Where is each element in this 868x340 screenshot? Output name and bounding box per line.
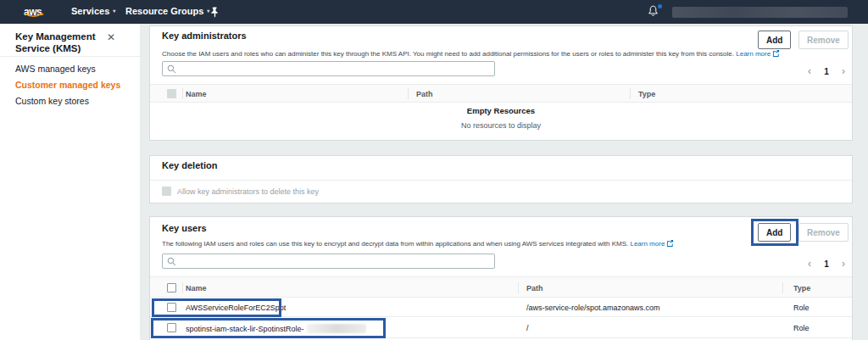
learn-more-label: Learn more bbox=[630, 240, 665, 248]
row-name: AWSServiceRoleForEC2Spot bbox=[186, 304, 286, 312]
external-link-icon bbox=[772, 49, 780, 57]
select-all-checkbox bbox=[167, 89, 176, 98]
kms-sidebar: Key Management Service (KMS) ✕ AWS manag… bbox=[0, 24, 140, 340]
aws-smile-icon bbox=[24, 13, 46, 19]
key-users-search-box bbox=[162, 254, 495, 269]
row-path: / bbox=[526, 324, 529, 332]
learn-more-label: Learn more bbox=[736, 50, 771, 58]
allow-deletion-checkbox[interactable] bbox=[162, 187, 171, 196]
chevron-right-icon[interactable]: › bbox=[842, 259, 845, 269]
sidebar-divider bbox=[0, 56, 140, 57]
nav-services[interactable]: Services▾ bbox=[71, 6, 115, 16]
description-text: Choose the IAM users and roles who can a… bbox=[162, 50, 734, 58]
search-icon bbox=[167, 64, 176, 74]
panel-title-key-users: Key users bbox=[162, 223, 207, 233]
row-type: Role bbox=[793, 304, 810, 312]
search-input[interactable] bbox=[181, 63, 490, 76]
table-row-awsserviceroleforec2spot[interactable]: AWSServiceRoleForEC2Spot /aws-service-ro… bbox=[150, 298, 852, 317]
nav-services-label: Services bbox=[71, 6, 109, 16]
empty-state: Empty Resources No resources to display bbox=[150, 106, 852, 130]
row-checkbox[interactable] bbox=[167, 303, 176, 312]
key-administrators-description: Choose the IAM users and roles who can a… bbox=[162, 49, 780, 58]
column-header-path: Path bbox=[526, 284, 543, 293]
page-number: 1 bbox=[824, 259, 829, 269]
column-divider bbox=[518, 282, 519, 293]
account-menu-redacted[interactable] bbox=[672, 7, 848, 18]
aws-logo[interactable]: aws bbox=[24, 3, 49, 20]
nav-resource-groups-label: Resource Groups bbox=[125, 6, 203, 16]
empty-state-title: Empty Resources bbox=[150, 106, 852, 115]
panel-divider bbox=[150, 180, 852, 181]
key-users-description: The following IAM users and roles can us… bbox=[162, 239, 674, 248]
caret-down-icon: ▾ bbox=[207, 8, 209, 14]
key-users-remove-button[interactable]: Remove bbox=[798, 223, 849, 242]
key-administrators-remove-button[interactable]: Remove bbox=[798, 31, 849, 49]
column-header-type: Type bbox=[793, 284, 810, 293]
pagination: ‹ 1 › bbox=[808, 66, 845, 76]
caret-down-icon: ▾ bbox=[113, 8, 115, 14]
column-divider bbox=[782, 282, 783, 293]
learn-more-link[interactable]: Learn more bbox=[630, 240, 674, 248]
panel-title-key-administrators: Key administrators bbox=[162, 31, 247, 41]
allow-deletion-label: Allow key administrators to delete this … bbox=[177, 187, 319, 196]
key-administrators-table-header: Name Path Type bbox=[150, 84, 852, 103]
search-input[interactable] bbox=[181, 255, 490, 269]
key-administrators-panel: Key administrators Add Remove Choose the… bbox=[149, 25, 853, 141]
pin-icon[interactable] bbox=[210, 6, 220, 18]
redacted-text bbox=[307, 324, 366, 333]
key-administrators-search-box bbox=[162, 61, 495, 76]
key-users-table-header: Name Path Type bbox=[150, 276, 852, 298]
key-users-add-button[interactable]: Add bbox=[758, 223, 791, 242]
sidebar-item-aws-managed-keys[interactable]: AWS managed keys bbox=[15, 64, 96, 74]
notification-badge-dot bbox=[658, 4, 662, 8]
row-type: Role bbox=[793, 324, 810, 332]
chevron-left-icon[interactable]: ‹ bbox=[808, 66, 811, 76]
column-divider bbox=[182, 282, 183, 293]
top-navbar: aws Services▾ Resource Groups▾ bbox=[0, 0, 868, 24]
description-text: The following IAM users and roles can us… bbox=[162, 240, 628, 248]
external-link-icon bbox=[666, 239, 674, 247]
panel-title-key-deletion: Key deletion bbox=[162, 160, 217, 170]
sidebar-title: Key Management Service (KMS) bbox=[15, 31, 110, 54]
column-divider bbox=[408, 88, 409, 99]
row-checkbox[interactable] bbox=[167, 323, 176, 332]
search-icon bbox=[167, 257, 176, 266]
page-number: 1 bbox=[824, 67, 829, 76]
row-name: spotinst-iam-stack-lir-SpotinstRole- bbox=[186, 324, 366, 333]
column-header-path: Path bbox=[416, 90, 433, 98]
notifications-bell-icon[interactable] bbox=[648, 5, 661, 19]
column-divider bbox=[182, 88, 183, 99]
close-icon[interactable]: ✕ bbox=[107, 32, 115, 42]
table-row-spotinst-role[interactable]: spotinst-iam-stack-lir-SpotinstRole- / R… bbox=[150, 317, 852, 338]
empty-state-subtitle: No resources to display bbox=[150, 121, 852, 130]
nav-resource-groups[interactable]: Resource Groups▾ bbox=[125, 6, 209, 16]
row-path: /aws-service-role/spot.amazonaws.com bbox=[526, 304, 660, 312]
column-header-type: Type bbox=[638, 90, 655, 98]
sidebar-item-customer-managed-keys[interactable]: Customer managed keys bbox=[15, 80, 120, 90]
select-all-checkbox[interactable] bbox=[167, 283, 176, 293]
key-users-panel: Key users Add Remove The following IAM u… bbox=[149, 216, 853, 340]
column-header-name: Name bbox=[186, 284, 207, 293]
sidebar-item-custom-key-stores[interactable]: Custom key stores bbox=[15, 96, 89, 106]
key-deletion-panel: Key deletion Allow key administrators to… bbox=[149, 155, 853, 203]
column-divider bbox=[630, 88, 631, 99]
chevron-right-icon[interactable]: › bbox=[842, 66, 845, 76]
learn-more-link[interactable]: Learn more bbox=[736, 50, 780, 58]
pagination: ‹ 1 › bbox=[808, 259, 845, 269]
chevron-left-icon[interactable]: ‹ bbox=[808, 259, 811, 269]
key-administrators-add-button[interactable]: Add bbox=[758, 31, 791, 49]
column-header-name: Name bbox=[186, 90, 207, 98]
row-name-text: spotinst-iam-stack-lir-SpotinstRole- bbox=[186, 325, 304, 333]
